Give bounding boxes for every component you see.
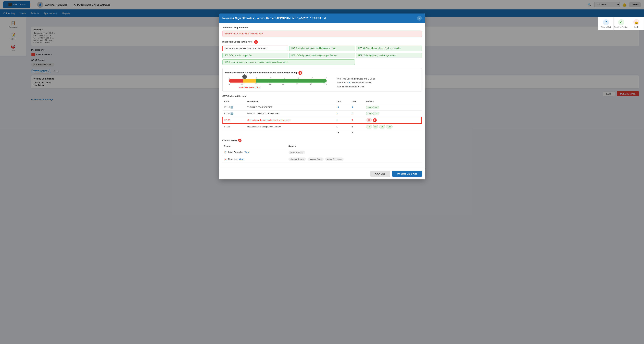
time-label: Time In/Out: [601, 26, 611, 28]
initial-eval-report-label: Initial Evaluation: [228, 151, 243, 153]
initial-eval-signers: Isaiah Alvarado: [287, 149, 422, 156]
cpt-code-97110: 97110 🔄: [222, 104, 246, 111]
dx-code-item-0[interactable]: Z98.890-Other specified postprocedural s…: [222, 45, 288, 51]
non-time-based-stat: Non Time Based 2 Minutes and 2 Units: [337, 77, 375, 81]
list-item: 📊 Flowsheet View Caroline Jensen Augusta…: [222, 156, 422, 163]
modal-footer: CANCEL OVERRIDE SIGN: [219, 168, 425, 179]
col-modifier: Modifier: [364, 99, 422, 104]
signer-caroline: Caroline Jensen: [288, 157, 306, 161]
col-unit: Unit: [350, 99, 364, 104]
cpt-mod-97168: PT 59 GN GN: [364, 124, 422, 130]
totals-empty-code: [222, 130, 246, 135]
time-icon: ⏱: [603, 19, 609, 25]
cpt-table: Code Description Time Unit Modifier 9711…: [222, 99, 422, 135]
cpt-unit-97168: 1: [350, 124, 364, 130]
medicare-section: Medicare 8-Minute Rule (Sum of all minut…: [222, 68, 422, 91]
quick-action-time[interactable]: ⏱ Time In/Out: [598, 17, 614, 30]
cpt-time-97168: 1: [335, 124, 350, 130]
clinical-notes-section: Clinical Notes 4 Report Signers 📋: [222, 139, 422, 163]
dx-code-item-5[interactable]: H81.12-Benign paroxysmal vertigo left ea…: [356, 53, 422, 58]
dx-codes-section: Diagnosis Codes in this note 1 Z98.890-O…: [222, 40, 422, 65]
dx-code-item-2[interactable]: R26.89-Other abnormalities of gait and m…: [356, 45, 422, 51]
total-stat: Total 19 Minutes and 3 Units: [337, 85, 375, 89]
col-description: Description: [246, 99, 335, 104]
col-report: Report: [222, 144, 287, 149]
modal-close-button[interactable]: ×: [417, 16, 422, 20]
cpt-desc-97168: Reevaluation of occupational therapy: [246, 124, 335, 130]
cancel-button[interactable]: CANCEL: [370, 171, 390, 177]
quick-action-lock[interactable]: 🔒 Lock: [629, 17, 644, 30]
modal-header: Review & Sign Off Notes: Santos, Herbert…: [219, 13, 425, 23]
quick-action-ready[interactable]: ✓ Ready to Review: [614, 17, 629, 30]
additional-requirements-title: Additional Requirements: [222, 26, 422, 29]
cpt-unit-97140[interactable]: 0: [350, 111, 364, 117]
cpt-badge-2: 2: [373, 118, 377, 122]
signer-isaiah: Isaiah Alvarado: [288, 151, 305, 154]
signer-augusta: Augusta Rowe: [308, 157, 324, 161]
clinical-table: Report Signers 📋 Initial Evaluation View: [222, 144, 422, 163]
report-initial-eval: 📋 Initial Evaluation View: [222, 149, 287, 156]
timeline-bar: [229, 79, 327, 82]
cpt-section-title: CPT Codes in this note: [222, 95, 422, 97]
table-row: 97110 🔄 THERAPEUTIC EXERCISE 15 1 GO 97: [222, 104, 422, 111]
modal: Review & Sign Off Notes: Santos, Herbert…: [219, 13, 425, 179]
dx-section-title: Diagnosis Codes in this note 1: [222, 40, 422, 44]
dx-codes-grid: Z98.890-Other specified postprocedural s…: [222, 45, 422, 65]
flowsheet-view-link[interactable]: View: [239, 158, 244, 160]
initial-eval-icon: 📋: [224, 151, 227, 153]
cpt-totals-row: 19 3: [222, 130, 422, 135]
timeline-bar-container: 17: [229, 79, 327, 82]
timeline-bottom-labels: 8233853688398113: [229, 83, 327, 85]
medicare-title: Medicare 8-Minute Rule (Sum of all minut…: [225, 71, 419, 75]
list-item: 📋 Initial Evaluation View Isaiah Alvarad…: [222, 149, 422, 156]
clinical-header: Clinical Notes 4: [222, 139, 422, 142]
totals-unit: 3: [350, 130, 364, 135]
ready-icon: ✓: [618, 19, 624, 25]
modal-overlay: Review & Sign Off Notes: Santos, Herbert…: [0, 0, 644, 344]
quick-actions: ⏱ Time In/Out ✓ Ready to Review 🔒 Lock: [598, 17, 644, 30]
dx-badge: 1: [254, 40, 258, 44]
next-unit-warning: 6 minutes to next unit!: [239, 86, 330, 89]
cpt-time-97165: 1: [335, 117, 350, 124]
flowsheet-report-icon: 📊: [224, 158, 227, 160]
cpt-unit-97165: 1: [350, 117, 364, 124]
dx-code-item-3[interactable]: R00.0-Tachycardia unspecified: [222, 53, 288, 58]
cpt-code-97168: 97168: [222, 124, 246, 130]
cpt-mod-97110: GO 97: [364, 104, 422, 111]
totals-empty-desc: [246, 130, 335, 135]
cpt-unit-97110[interactable]: 1: [350, 104, 364, 111]
table-row: 97165 Occupational therapy evaluation: l…: [222, 117, 422, 124]
alert-unauthorized: You are not authorized to lock this note: [222, 30, 422, 37]
initial-eval-view-link[interactable]: View: [244, 151, 249, 153]
override-sign-button[interactable]: OVERRIDE SIGN: [392, 171, 422, 177]
dx-code-item-1[interactable]: D49.6-Neoplasm of unspecified behavior o…: [289, 45, 355, 51]
medicare-badge: 3: [298, 71, 302, 75]
flowsheet-signers: Caroline Jensen Augusta Rowe Arthur Thom…: [287, 156, 422, 163]
clinical-badge: 4: [238, 139, 242, 142]
cpt-header-row: Code Description Time Unit Modifier: [222, 99, 422, 104]
cpt-mod-97165: 59 2: [364, 117, 422, 124]
time-based-stat: Time Based 17 Minutes and 1 Units: [337, 81, 375, 85]
cpt-codes-section: CPT Codes in this note Code Description …: [222, 95, 422, 135]
dx-code-item-4[interactable]: H81.10-Benign paroxysmal vertigo unspeci…: [289, 53, 355, 58]
cpt-desc-97165: Occupational therapy evaluation: low com…: [246, 117, 335, 124]
dx-code-item-6[interactable]: R41.9-Unsp symptoms and signs w cognitiv…: [222, 59, 355, 65]
timeline-marker: 17: [242, 74, 247, 79]
cpt-time-97140[interactable]: 2: [335, 111, 350, 117]
timeline-wrapper: 12345678 17 8233853688398113 6 minutes t…: [225, 77, 330, 89]
cpt-desc-97110: THERAPEUTIC EXERCISE: [246, 104, 335, 111]
ready-label: Ready to Review: [614, 26, 628, 28]
cpt-time-97110[interactable]: 15: [335, 104, 350, 111]
cpt-desc-97140: MANUAL THERAPY TECHNIQUES: [246, 111, 335, 117]
medicare-content: 12345678 17 8233853688398113 6 minutes t…: [225, 77, 419, 89]
cpt-code-97140: 97140 🔄: [222, 111, 246, 117]
table-row: 97140 🔄 MANUAL THERAPY TECHNIQUES 2 0 GO…: [222, 111, 422, 117]
lock-icon: 🔒: [633, 19, 640, 25]
col-signers: Signers: [287, 144, 422, 149]
col-code: Code: [222, 99, 246, 104]
modal-title: Review & Sign Off Notes: Santos, Herbert…: [222, 17, 326, 20]
table-row: 97168 Reevaluation of occupational thera…: [222, 124, 422, 130]
totals-empty-mod: [364, 130, 422, 135]
col-time: Time: [335, 99, 350, 104]
flowsheet-report-label: Flowsheet: [228, 158, 238, 160]
